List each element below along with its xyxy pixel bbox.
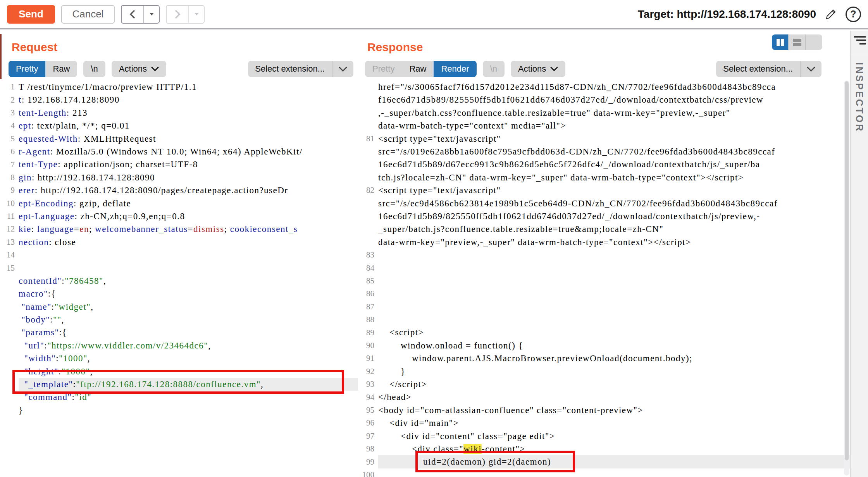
chevron-down-icon (550, 67, 558, 71)
line-text (378, 287, 850, 300)
code-line: 5equested-With: XMLHttpRequest (3, 132, 358, 145)
back-button[interactable] (122, 6, 143, 23)
code-line: 82<script type="text/javascript" (359, 184, 850, 197)
line-text: tch.js?locale=zh-CN" data-wrm-key="_supe… (378, 171, 850, 184)
line-text: uid=2(daemon) gid=2(daemon) (378, 455, 850, 468)
line-text (378, 468, 850, 477)
inspector-tab[interactable]: INSPECTOR (854, 62, 865, 132)
code-line: "command":"id" (3, 391, 358, 403)
rows-layout-icon (793, 39, 801, 46)
single-layout-button[interactable] (805, 34, 822, 50)
target-area: Target: http://192.168.174.128:8090 ? (638, 7, 861, 22)
response-tabs: PrettyRawRender\nActions (365, 61, 572, 77)
line-text: } (378, 365, 850, 378)
tab-label: \n (490, 64, 497, 74)
code-line: 15 (3, 261, 358, 274)
line-text: <body id="com-atlassian-confluence" clas… (378, 404, 850, 417)
response-tab-row: PrettyRawRender\nActions Select extensio… (365, 61, 822, 77)
code-line: 16ec6d71d5b89/d67ecc9913c9b8626d5eb6c5f7… (359, 158, 850, 171)
line-text: window.parent.AJS.MacroBrowser.previewOn… (378, 352, 850, 365)
code-line: 7tent-Type: application/json; charset=UT… (3, 158, 358, 171)
line-text: contentId":"786458", (19, 275, 358, 287)
line-text: </head> (378, 391, 850, 403)
line-text: <script type="text/javascript" (378, 184, 850, 197)
edit-target-icon[interactable] (824, 7, 838, 21)
code-line: 6r-Agent: Mozilla/5.0 (Windows NT 10.0; … (3, 145, 358, 158)
line-number: 83 (359, 250, 378, 260)
code-line: href="/s/30065facf7f6d157d2012e234d115d8… (359, 81, 850, 93)
tab-pretty[interactable]: Pretty (9, 61, 45, 77)
response-editor[interactable]: href="/s/30065facf7f6d157d2012e234d115d8… (359, 81, 850, 477)
toolbar: Send Cancel Target: http://192.168.174.1… (0, 0, 868, 29)
tab-n[interactable]: \n (83, 61, 105, 77)
tab-actions[interactable]: Actions (511, 61, 565, 77)
line-number: 96 (359, 418, 378, 428)
code-line: macro":{ (3, 287, 358, 300)
line-number: 89 (359, 328, 378, 338)
line-text: <script type="text/javascript" (378, 132, 850, 145)
line-text: kie: language=en; welcomebanner_status=d… (19, 223, 358, 235)
chevron-left-icon (128, 9, 137, 19)
request-editor[interactable]: 1T /rest/tinymce/1/macro/preview HTTP/1.… (3, 81, 358, 477)
code-line: 4ept: text/plain, */*; q=0.01 (3, 119, 358, 132)
line-text: nection: close (19, 236, 358, 249)
tab-raw[interactable]: Raw (402, 61, 434, 77)
line-number: 1 (3, 82, 19, 92)
extension-select-label: Select extension... (248, 61, 332, 77)
response-extension-select[interactable]: Select extension... (716, 61, 822, 77)
code-line: 100 (359, 468, 850, 477)
response-title: Response (367, 41, 423, 54)
chevron-right-icon (173, 9, 182, 19)
line-text: "width":"1000", (19, 352, 358, 365)
menu-icon[interactable] (853, 36, 866, 45)
triangle-down-icon (194, 12, 199, 16)
line-text: data-wrm-batch-type="context" media="all… (378, 119, 850, 132)
tab-actions[interactable]: Actions (112, 61, 166, 77)
line-text: "height":"1000", (19, 365, 358, 378)
response-scrollbar[interactable] (844, 81, 849, 475)
forward-button[interactable] (167, 6, 188, 23)
code-line: 81<script type="text/javascript" (359, 132, 850, 145)
line-text: tent-Length: 213 (19, 106, 358, 119)
code-line: contentId":"786458", (3, 275, 358, 287)
line-number: 98 (359, 444, 378, 454)
code-line: 12kie: language=en; welcomebanner_status… (3, 223, 358, 235)
line-text (378, 249, 850, 261)
cancel-button[interactable]: Cancel (61, 5, 115, 24)
line-number: 2 (3, 95, 19, 105)
rows-layout-button[interactable] (788, 34, 805, 50)
line-number: 88 (359, 315, 378, 324)
code-line: 9erer: http://192.168.174.128:8090/pages… (3, 184, 358, 197)
back-dropdown-button[interactable] (143, 6, 159, 23)
forward-dropdown-button[interactable] (188, 6, 204, 23)
scrollbar-thumb[interactable] (845, 81, 849, 460)
tab-group: \n (83, 61, 105, 77)
line-text: tent-Type: application/json; charset=UTF… (19, 158, 358, 171)
line-number: 91 (359, 353, 378, 363)
request-extension-select[interactable]: Select extension... (248, 61, 353, 77)
columns-layout-button[interactable] (772, 34, 788, 50)
triangle-down-icon (149, 12, 154, 16)
send-button[interactable]: Send (7, 5, 55, 24)
code-line: 2t: 192.168.174.128:8090 (3, 93, 358, 106)
line-number: 81 (359, 134, 378, 144)
line-number: 5 (3, 134, 19, 144)
sidebar-header (851, 31, 868, 54)
tab-n[interactable]: \n (483, 61, 505, 77)
line-number: 99 (359, 457, 378, 467)
line-text: "_template":"ftp://192.168.174.128:8888/… (19, 378, 358, 391)
tab-render[interactable]: Render (434, 61, 476, 77)
code-line: 13nection: close (3, 236, 358, 249)
code-line: 95<body id="com-atlassian-confluence" cl… (359, 404, 850, 417)
code-line: "name":"widget", (3, 300, 358, 313)
line-number: 12 (3, 224, 19, 234)
tab-group: PrettyRaw (9, 61, 77, 77)
line-text: "params":{ (19, 326, 358, 339)
request-panel: Request PrettyRaw\nActions Select extens… (3, 31, 358, 477)
tab-pretty[interactable]: Pretty (365, 61, 402, 77)
layout-buttons (772, 34, 822, 50)
help-icon[interactable]: ? (846, 7, 861, 22)
line-text: "command":"id" (19, 391, 358, 403)
tab-raw[interactable]: Raw (45, 61, 77, 77)
line-text: gin: http://192.168.174.128:8090 (19, 171, 358, 184)
